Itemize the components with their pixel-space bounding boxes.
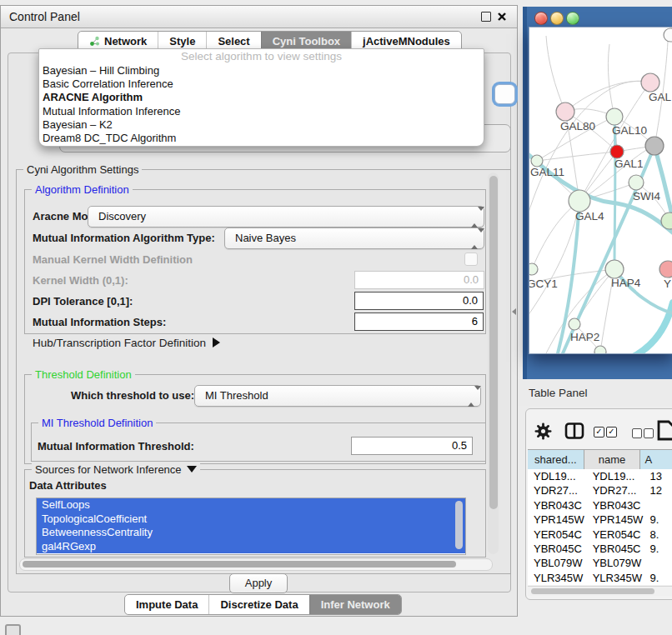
network-node-hap2[interactable]	[569, 318, 580, 330]
table-horizontal-scrollbar[interactable]	[528, 586, 672, 596]
which-threshold-combo[interactable]: MI Threshold	[194, 385, 481, 407]
kernel-width-label: Kernel Width (0,1):	[33, 274, 128, 287]
zoom-window-icon[interactable]	[566, 12, 579, 25]
dpi-tolerance-field[interactable]: 0.0	[354, 292, 484, 310]
table-row[interactable]: YBR043CYBR043C	[528, 498, 672, 512]
algorithm-dropdown-popup: Select algorithm to view settings Bayesi…	[38, 48, 484, 147]
attribute-item-topologicalcoefficient[interactable]: TopologicalCoefficient	[37, 512, 465, 527]
mi-threshold-field[interactable]: 0.5	[351, 437, 473, 455]
split-divider-handle[interactable]	[512, 308, 516, 315]
table-cell: YER054C	[528, 528, 587, 542]
network-edge	[546, 36, 565, 112]
network-node-gal11[interactable]	[531, 155, 543, 167]
table-cell: YPR145W	[528, 512, 587, 527]
tab-label: Discretize Data	[220, 596, 298, 613]
attribute-item-selfloops[interactable]: SelfLoops	[37, 498, 465, 512]
algorithm-popup-placeholder: Select algorithm to view settings	[39, 49, 484, 64]
float-window-icon[interactable]	[481, 12, 491, 22]
table-row[interactable]: YDR27...YDR27...12	[528, 483, 672, 498]
close-icon[interactable]	[497, 12, 507, 22]
table-row[interactable]: YER054CYER054C8.	[528, 528, 672, 542]
network-node[interactable]	[645, 137, 664, 155]
tab-impute-data[interactable]: Impute Data	[125, 595, 208, 614]
sources-group-title[interactable]: Sources for Network Inference	[32, 463, 200, 476]
settings-gear-icon[interactable]	[534, 422, 552, 442]
network-node-gal10[interactable]	[606, 108, 623, 125]
network-node-gal4[interactable]	[569, 190, 590, 212]
manual-kernel-label: Manual Kernel Width Definition	[33, 253, 193, 266]
algorithm-option-aracne-algorithm[interactable]: ARACNE Algorithm	[39, 91, 484, 104]
table-cell: YDL19...	[587, 469, 646, 483]
table-row[interactable]: YBR045CYBR045C9.	[528, 542, 672, 556]
table-body: YDL19...YDL19...13YDR27...YDR27...12YBR0…	[528, 469, 672, 585]
algorithm-popup-list: Bayesian – Hill ClimbingBasic Correlatio…	[39, 64, 484, 145]
network-icon	[89, 36, 100, 47]
attribute-item-betweennesscentrality[interactable]: BetweennessCentrality	[37, 526, 465, 540]
network-node-gcy1[interactable]	[529, 263, 538, 275]
node-label-swi4: SWI4	[633, 190, 660, 202]
export-table-icon[interactable]	[656, 419, 672, 444]
table-row[interactable]: YBL079WYBL079W	[528, 556, 672, 570]
unselect-columns-icon[interactable]	[632, 428, 642, 438]
kernel-width-field[interactable]: 0.0	[354, 271, 484, 289]
table-cell: YBR045C	[528, 542, 587, 556]
settings-horizontal-scrollbar[interactable]	[19, 558, 493, 571]
table-cell: YBL079W	[528, 556, 587, 570]
manual-kernel-checkbox[interactable]	[464, 252, 478, 266]
tab-discretize-data[interactable]: Discretize Data	[208, 595, 308, 614]
algorithm-option-basic-correlation-inference[interactable]: Basic Correlation Inference	[39, 78, 484, 91]
settings-vertical-scrollbar[interactable]	[488, 172, 499, 554]
panel-title: Control Panel	[9, 10, 80, 23]
data-attributes-list[interactable]: SelfLoopsTopologicalCoefficientBetweenne…	[36, 498, 466, 555]
algorithm-option-dream8-dc-tdc-algorithm[interactable]: Dream8 DC_TDC Algorithm	[39, 132, 484, 145]
network-node[interactable]	[594, 346, 606, 353]
select-columns-icon[interactable]: ✓	[606, 427, 617, 438]
algorithm-option-mutual-information-inference[interactable]: Mutual Information Inference	[39, 105, 484, 118]
algorithm-option-bayesian-hill-climbing[interactable]: Bayesian – Hill Climbing	[39, 64, 484, 78]
node-label-gcy1: GCY1	[529, 278, 558, 290]
select-columns-icon[interactable]: ✓	[594, 427, 604, 438]
attributes-scrollbar[interactable]	[455, 501, 463, 549]
column-layout-icon[interactable]	[564, 422, 584, 442]
network-node-hap4[interactable]	[605, 260, 624, 278]
expand-right-icon	[213, 338, 220, 348]
tab-label: Select	[218, 32, 249, 50]
network-node[interactable]	[610, 145, 624, 158]
stepper-arrows-icon	[471, 211, 478, 223]
attribute-item-gal4rgexp[interactable]: gal4RGexp	[37, 540, 465, 554]
table-cell: YDR27...	[587, 483, 646, 498]
mi-algorithm-type-combo[interactable]: Naive Bayes	[224, 228, 484, 249]
unselect-columns-icon[interactable]	[644, 428, 654, 438]
algorithm-option-bayesian-k2[interactable]: Bayesian – K2	[39, 118, 484, 132]
aracne-mode-combo[interactable]: Discovery	[88, 206, 484, 228]
node-label-hap2: HAP2	[570, 331, 599, 343]
table-cell: YBR043C	[528, 498, 587, 512]
tab-infer-network[interactable]: Infer Network	[309, 595, 401, 614]
tab-label: Impute Data	[136, 596, 198, 613]
table-row[interactable]: YPR145WYPR145W9.	[528, 512, 672, 527]
network-view-canvas[interactable]: GALGAL80GAL10GAL11GAL1SWI4GAL4GCY1HAP4YH…	[529, 27, 672, 354]
network-node-y[interactable]	[659, 261, 672, 278]
network-edge	[565, 81, 650, 112]
data-attributes-label: Data Attributes	[29, 479, 107, 492]
table-row[interactable]: YLR345WYLR345W9.	[528, 571, 672, 585]
column-header-shared-name[interactable]: shared...	[528, 450, 584, 469]
table-cell: YPR145W	[587, 512, 646, 527]
network-node-gal1[interactable]	[629, 175, 644, 190]
column-header-name[interactable]: name	[584, 450, 641, 469]
mi-steps-field[interactable]: 6	[354, 312, 484, 331]
close-window-icon[interactable]	[534, 12, 548, 25]
hub-definition-toggle[interactable]: Hub/Transcription Factor Definition	[33, 337, 220, 349]
network-node-gal[interactable]	[641, 73, 659, 92]
table-row[interactable]: YDL19...YDL19...13	[528, 469, 672, 483]
apply-button[interactable]: Apply	[229, 573, 288, 593]
network-node-gal80[interactable]	[556, 102, 574, 121]
table-cell: 9.	[645, 542, 672, 556]
minimize-window-icon[interactable]	[550, 12, 564, 25]
dpi-tolerance-label: DPI Tolerance [0,1]:	[33, 295, 133, 308]
network-node[interactable]	[664, 28, 672, 42]
panel-grip-icon[interactable]	[5, 624, 21, 635]
tab-label: Cyni Toolbox	[273, 32, 340, 50]
column-header-partial[interactable]: A	[640, 450, 672, 469]
focused-combo-fragment[interactable]	[494, 84, 515, 104]
